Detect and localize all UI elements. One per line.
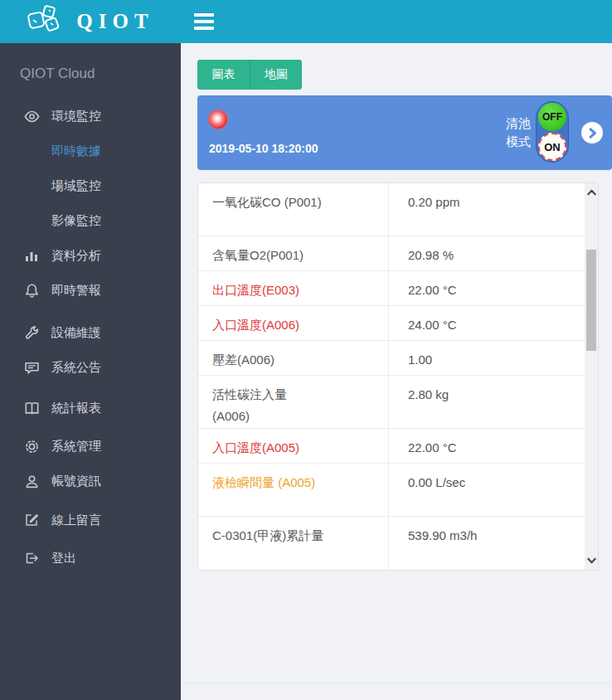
sidebar-item-environment-monitor[interactable]: 環境監控 (0, 99, 181, 134)
main-content: 圖表 地圖 2019-05-10 18:20:00 清池 模式 OFF ON 一… (181, 43, 612, 700)
content-divider (181, 683, 612, 683)
chevron-up-icon (587, 189, 596, 196)
scrollbar-thumb[interactable] (586, 250, 596, 351)
wrench-icon (23, 324, 40, 341)
logout-icon (23, 550, 40, 566)
clean-pool-mode-label: 清池 模式 (506, 114, 531, 151)
brand-logo[interactable]: QIOT (0, 0, 181, 43)
sensor-value: 0.00 L/sec (388, 464, 585, 516)
sensor-readings-table: 一氧化碳CO (P001) 0.20 ppm 含氧量O2(P001) 20.98… (198, 183, 585, 571)
user-icon (23, 473, 40, 489)
table-row: 活性碳注入量 (A006) 2.80 kg (198, 376, 585, 429)
gear-icon (23, 438, 40, 455)
sidebar-item-video-monitor[interactable]: 影像監控 (0, 203, 181, 238)
sidebar-item-label: 影像監控 (51, 213, 101, 229)
sensor-value: 20.98 % (388, 236, 585, 270)
sidebar-item-account-info[interactable]: 帳號資訊 (0, 464, 181, 498)
last-update-timestamp: 2019-05-10 18:20:00 (209, 142, 318, 155)
table-row: 入口溫度(A006) 24.00 °C (198, 306, 585, 341)
sidebar-item-label: 線上留言 (51, 513, 101, 528)
sidebar-item-equipment-maintenance[interactable]: 設備維護 (0, 315, 181, 350)
sidebar-item-logout[interactable]: 登出 (0, 541, 181, 576)
clean-pool-mode-toggle[interactable]: OFF ON (536, 101, 569, 163)
sensor-name: 入口溫度(A005) (198, 429, 388, 463)
sensor-value: 22.00 °C (388, 271, 585, 305)
sidebar-item-label: 場域監控 (51, 178, 101, 194)
table-row: 含氧量O2(P001) 20.98 % (198, 236, 585, 271)
sensor-readings-card: 一氧化碳CO (P001) 0.20 ppm 含氧量O2(P001) 20.98… (197, 182, 599, 571)
sidebar-item-data-analysis[interactable]: 資料分析 (0, 238, 181, 273)
scroll-up-button[interactable] (585, 185, 598, 200)
sidebar-item-field-monitor[interactable]: 場域監控 (0, 168, 181, 203)
sidebar-item-label: 系統公告 (51, 360, 101, 376)
sidebar-item-realtime-data[interactable]: 即時數據 (0, 134, 181, 168)
sidebar-item-label: 登出 (51, 551, 76, 566)
sidebar-item-label: 帳號資訊 (51, 474, 101, 489)
sidebar-item-system-announcement[interactable]: 系統公告 (0, 350, 181, 385)
sensor-name: 一氧化碳CO (P001) (198, 183, 388, 236)
sidebar: QIOT Cloud 環境監控 即時數據 場域監控 影像監控 (0, 43, 181, 700)
next-device-button[interactable] (581, 122, 603, 143)
sidebar-item-system-management[interactable]: 系統管理 (0, 429, 181, 464)
sensor-value: 24.00 °C (388, 306, 585, 340)
sensor-name: 液檢瞬間量 (A005) (198, 464, 388, 516)
menu-toggle-icon[interactable] (194, 12, 216, 31)
sensor-name: 入口溫度(A006) (198, 306, 388, 340)
sidebar-nav: 環境監控 即時數據 場域監控 影像監控 資料分析 即時 (0, 99, 181, 576)
sidebar-item-label: 即時數據 (51, 143, 101, 159)
bell-icon (23, 282, 40, 299)
table-row: 一氧化碳CO (P001) 0.20 ppm (198, 183, 585, 236)
table-row: 液檢瞬間量 (A005) 0.00 L/sec (198, 464, 585, 517)
tab-chart[interactable]: 圖表 (197, 60, 250, 90)
sidebar-item-statistics-report[interactable]: 統計報表 (0, 391, 181, 425)
sidebar-item-label: 環境監控 (51, 109, 101, 124)
book-icon (23, 400, 40, 416)
table-row: C-0301(甲液)累計量 539.90 m3/h (198, 517, 585, 571)
sensor-name: 壓差(A006) (198, 341, 388, 375)
sensor-name: 含氧量O2(P001) (198, 236, 388, 270)
sensor-name: C-0301(甲液)累計量 (198, 517, 388, 571)
sidebar-item-label: 資料分析 (51, 248, 101, 264)
toggle-off-option[interactable]: OFF (538, 103, 566, 131)
sidebar-item-label: 統計報表 (51, 401, 101, 416)
sensor-value: 539.90 m3/h (388, 517, 585, 571)
tab-map[interactable]: 地圖 (250, 60, 302, 90)
sidebar-item-label: 系統管理 (51, 439, 101, 455)
top-header: QIOT (0, 0, 612, 43)
sensor-value: 2.80 kg (388, 376, 585, 428)
dice-logo-icon (27, 5, 66, 38)
sensor-name: 出口溫度(E003) (198, 271, 388, 305)
table-row: 入口溫度(A005) 22.00 °C (198, 429, 585, 464)
sidebar-item-label: 設備維護 (51, 325, 101, 341)
sensor-name: 活性碳注入量 (A006) (198, 376, 388, 428)
scroll-down-button[interactable] (585, 553, 598, 568)
table-row: 出口溫度(E003) 22.00 °C (198, 271, 585, 306)
device-status-panel: 2019-05-10 18:20:00 清池 模式 OFF ON (197, 95, 612, 170)
alarm-led-indicator (209, 110, 227, 129)
comment-icon (23, 359, 40, 376)
sensor-value: 0.20 ppm (388, 183, 585, 236)
app-window: QIOT QIOT Cloud 環境監控 即時數據 場域監控 影像監控 (0, 0, 612, 700)
table-scrollbar[interactable] (585, 183, 598, 570)
logo-wordmark: QIOT (73, 10, 153, 33)
eye-icon (23, 108, 40, 124)
edit-icon (23, 512, 40, 528)
table-row: 壓差(A006) 1.00 (198, 341, 585, 376)
sensor-value: 1.00 (388, 341, 585, 375)
sidebar-item-realtime-alert[interactable]: 即時警報 (0, 273, 181, 308)
chevron-right-icon (587, 128, 598, 139)
sensor-value: 22.00 °C (388, 429, 585, 463)
bar-chart-icon (23, 247, 40, 264)
view-tab-group: 圖表 地圖 (197, 60, 302, 90)
chevron-down-icon (587, 557, 596, 564)
sidebar-item-online-message[interactable]: 線上留言 (0, 503, 181, 537)
toggle-on-option[interactable]: ON (538, 133, 566, 161)
sidebar-item-label: 即時警報 (51, 283, 101, 299)
sidebar-brand: QIOT Cloud (0, 43, 181, 87)
